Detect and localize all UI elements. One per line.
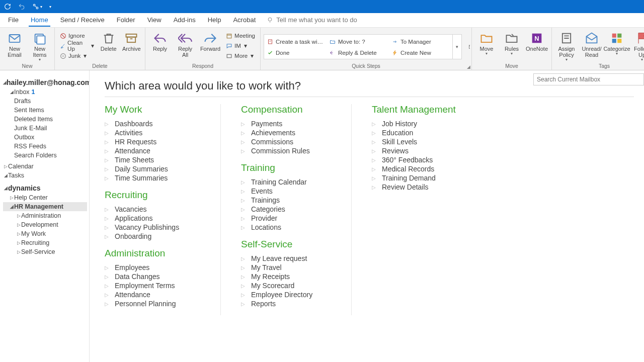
list-item[interactable]: ▷Skill Levels	[372, 137, 629, 146]
follow-up-button[interactable]: Follow Up▾	[630, 31, 644, 62]
meeting-button[interactable]: Meeting	[224, 31, 257, 41]
folder-self-service[interactable]: ▷Self-Service	[3, 247, 87, 256]
new-items-button[interactable]: New Items▾	[28, 31, 51, 62]
reply-button[interactable]: Reply	[148, 31, 172, 52]
tell-me-search[interactable]: Tell me what you want to do	[267, 16, 357, 27]
quicksteps-gallery[interactable]: Create a task wi… Move to: ? To Manager …	[264, 34, 462, 59]
list-item[interactable]: ▷Employees	[105, 263, 205, 272]
tab-folder[interactable]: Folder	[111, 14, 141, 27]
folder-development[interactable]: ▷Development	[3, 220, 87, 229]
list-item[interactable]: ▷Training Calendar	[241, 177, 336, 187]
list-item[interactable]: ▷Medical Records	[372, 164, 629, 173]
list-item[interactable]: ▷Onboarding	[105, 232, 205, 241]
folder-calendar[interactable]: ▷Calendar	[3, 162, 87, 171]
sync-icon[interactable]	[4, 3, 11, 10]
touch-mode-icon[interactable]: ▾	[32, 3, 42, 10]
list-item[interactable]: ▷Education	[372, 128, 629, 137]
list-item[interactable]: ▷Review Details	[372, 183, 629, 192]
list-item[interactable]: ▷My Travel	[241, 263, 336, 272]
list-item[interactable]: ▷Events	[241, 187, 336, 196]
archive-button[interactable]: Archive	[121, 31, 142, 52]
folder-outbox[interactable]: Outbox	[3, 133, 87, 142]
onenote-button[interactable]: N OneNote	[525, 31, 548, 52]
list-item[interactable]: ▷Vacancies	[105, 205, 205, 214]
list-item[interactable]: ▷Commission Rules	[241, 146, 336, 155]
list-item[interactable]: ▷My Leave request	[241, 254, 336, 263]
list-item[interactable]: ▷Reviews	[372, 146, 629, 155]
folder-drafts[interactable]: Drafts	[3, 97, 87, 106]
folder-deleted[interactable]: Deleted Items	[3, 115, 87, 124]
tab-help[interactable]: Help	[202, 14, 227, 27]
list-item[interactable]: ▷Achievements	[241, 128, 336, 137]
folder-administration[interactable]: ▷Administration	[3, 211, 87, 220]
folder-hr-management[interactable]: ◢HR Management	[3, 202, 87, 211]
search-input[interactable]	[537, 76, 640, 83]
folder-search-folders[interactable]: Search Folders	[3, 151, 87, 160]
move-button[interactable]: Move▾	[475, 31, 498, 56]
im-button[interactable]: IM▾	[224, 41, 257, 51]
list-item[interactable]: ▷Time Summaries	[105, 173, 205, 183]
tab-home[interactable]: Home	[25, 14, 54, 27]
account-node[interactable]: ◢hailey.miller@honag.com	[3, 77, 87, 87]
list-item[interactable]: ▷HR Requests	[105, 137, 205, 146]
list-item[interactable]: ▷Time Sheets	[105, 155, 205, 164]
junk-button[interactable]: Junk▾	[58, 51, 96, 61]
list-item[interactable]: ▷Commissions	[241, 137, 336, 146]
undo-icon[interactable]	[18, 3, 25, 10]
list-item[interactable]: ▷Employment Terms	[105, 281, 205, 290]
list-item[interactable]: ▷360° Feedbacks	[372, 155, 629, 164]
list-item[interactable]: ▷Activities	[105, 128, 205, 137]
forward-button[interactable]: Forward	[199, 31, 222, 52]
list-item[interactable]: ▷Attendance	[105, 146, 205, 155]
search-mailbox[interactable]	[533, 73, 644, 85]
tab-acrobat[interactable]: Acrobat	[227, 14, 262, 27]
list-item[interactable]: ▷Data Changes	[105, 272, 205, 281]
list-item[interactable]: ▷Locations	[241, 223, 336, 232]
list-item[interactable]: ▷Reports	[241, 299, 336, 308]
respond-more-button[interactable]: More▾	[224, 51, 257, 61]
list-item[interactable]: ▷Categories	[241, 205, 336, 214]
quickstep-to-manager[interactable]: To Manager	[390, 38, 451, 45]
tab-addins[interactable]: Add-ins	[168, 14, 202, 27]
quicksteps-expand-icon[interactable]: ▾	[453, 34, 462, 59]
new-email-button[interactable]: New Email	[3, 31, 26, 58]
rules-button[interactable]: Rules▾	[500, 31, 523, 56]
list-item[interactable]: ▷My Scorecard	[241, 281, 336, 290]
list-item[interactable]: ▷My Receipts	[241, 272, 336, 281]
assign-policy-button[interactable]: Assign Policy▾	[555, 31, 578, 62]
quickstep-create-new[interactable]: Create New	[390, 49, 451, 56]
folder-junk[interactable]: Junk E-Mail	[3, 124, 87, 133]
quicksteps-launcher-icon[interactable]: ◢	[467, 64, 470, 69]
folder-my-work[interactable]: ▷My Work	[3, 229, 87, 238]
quickstep-reply-delete[interactable]: Reply & Delete	[328, 49, 388, 56]
categorize-button[interactable]: Categorize▾	[605, 31, 628, 56]
list-item[interactable]: ▷Dashboards	[105, 119, 205, 128]
list-item[interactable]: ▷Personnel Planning	[105, 299, 205, 308]
folder-recruiting[interactable]: ▷Recruiting	[3, 238, 87, 247]
list-item[interactable]: ▷Daily Summaries	[105, 164, 205, 173]
folder-inbox[interactable]: ◢Inbox1	[3, 87, 87, 97]
qat-customize-icon[interactable]: ▾	[49, 5, 51, 9]
tab-view[interactable]: View	[141, 14, 168, 27]
list-item[interactable]: ▷Employee Directory	[241, 290, 336, 299]
quickstep-move-to[interactable]: Move to: ?	[328, 38, 388, 45]
tab-send-receive[interactable]: Send / Receive	[54, 14, 111, 27]
unread-read-button[interactable]: Unread/ Read	[580, 31, 603, 58]
tab-file[interactable]: File	[2, 14, 25, 27]
folder-rss[interactable]: RSS Feeds	[3, 142, 87, 151]
quickstep-team-email[interactable]: Team Email	[467, 43, 470, 50]
quickstep-done[interactable]: Done	[266, 49, 326, 56]
list-item[interactable]: ▷Trainings	[241, 196, 336, 205]
folder-help-center[interactable]: ▷Help Center	[3, 193, 87, 202]
list-item[interactable]: ▷Attendance	[105, 290, 205, 299]
folder-tasks[interactable]: ◢Tasks	[3, 171, 87, 180]
list-item[interactable]: ▷Provider	[241, 214, 336, 223]
ignore-button[interactable]: Ignore	[58, 31, 96, 41]
list-item[interactable]: ▷Training Demand	[372, 173, 629, 183]
folder-sent[interactable]: Sent Items	[3, 106, 87, 115]
list-item[interactable]: ▷Applications	[105, 214, 205, 223]
quickstep-create-task[interactable]: Create a task wi…	[266, 38, 326, 45]
reply-all-button[interactable]: Reply All	[174, 31, 197, 58]
list-item[interactable]: ▷Vacancy Publishings	[105, 223, 205, 232]
list-item[interactable]: ▷Payments	[241, 119, 336, 128]
